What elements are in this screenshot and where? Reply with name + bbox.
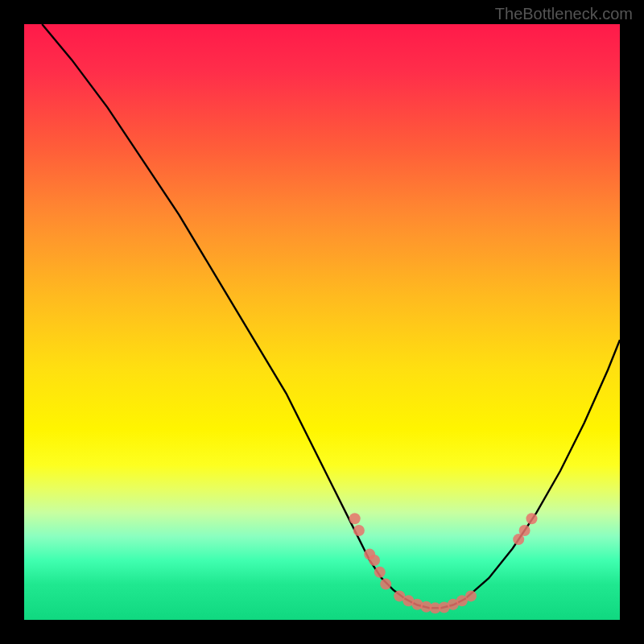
data-point [353,525,365,536]
data-point [519,525,530,536]
data-point [369,555,380,566]
chart-background [24,24,620,620]
data-points-group [349,513,538,613]
data-point [465,590,477,601]
chart-svg [24,24,620,620]
data-point [349,513,361,524]
watermark-text: TheBottleneck.com [495,5,633,23]
data-point [374,567,386,578]
data-point [526,513,538,524]
data-point [380,579,391,590]
